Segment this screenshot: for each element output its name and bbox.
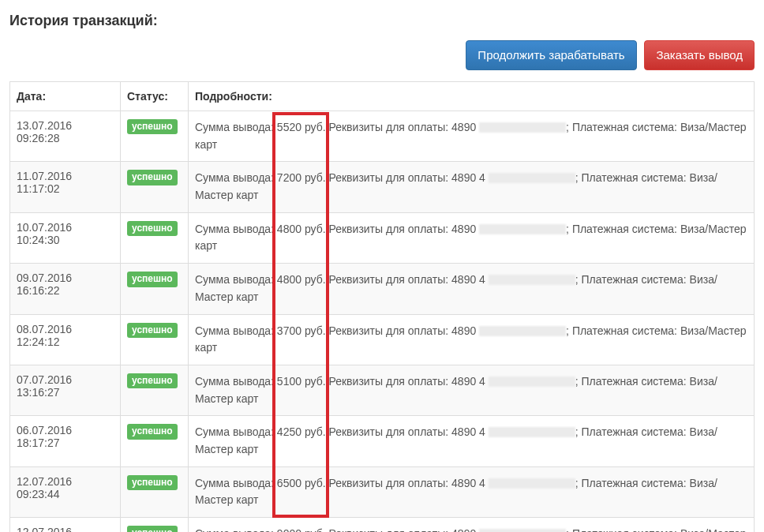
redacted-card-number	[479, 529, 566, 532]
status-badge: успешно	[127, 424, 178, 439]
status-badge: успешно	[127, 221, 178, 236]
cell-details: Сумма вывода: 3700 руб. Реквизиты для оп…	[189, 314, 755, 365]
cell-details: Сумма вывода: 4800 руб. Реквизиты для оп…	[189, 212, 755, 263]
redacted-card-number	[489, 427, 575, 437]
table-row: 10.07.2016 10:24:30успешноСумма вывода: …	[10, 212, 755, 263]
cell-status: успешно	[121, 365, 189, 415]
status-badge: успешно	[127, 119, 178, 134]
cell-status: успешно	[121, 212, 189, 263]
table-row: 06.07.2016 18:17:27успешноСумма вывода: …	[10, 416, 755, 466]
table-row: 08.07.2016 12:24:12успешноСумма вывода: …	[10, 314, 755, 365]
col-details: Подробности:	[189, 82, 755, 111]
cell-details: Сумма вывода: 5520 руб. Реквизиты для оп…	[189, 111, 755, 162]
cell-status: успешно	[121, 466, 189, 517]
cell-date: 11.07.2016 11:17:02	[10, 162, 121, 212]
cell-date: 12.07.2016 09:23:44	[10, 466, 121, 517]
cell-details: Сумма вывода: 6500 руб. Реквизиты для оп…	[189, 466, 755, 517]
redacted-card-number	[479, 224, 566, 234]
status-badge: успешно	[127, 373, 178, 388]
table-row: 09.07.2016 16:16:22успешноСумма вывода: …	[10, 264, 755, 314]
cell-status: успешно	[121, 518, 189, 533]
status-badge: успешно	[127, 323, 178, 338]
cell-date: 13.07.2016 09:26:28	[10, 111, 121, 162]
redacted-card-number	[479, 326, 566, 336]
cell-date: 07.07.2016 13:16:27	[10, 365, 121, 415]
cell-date: 09.07.2016 16:16:22	[10, 264, 121, 314]
status-badge: успешно	[127, 526, 178, 532]
table-row: 11.07.2016 11:17:02успешноСумма вывода: …	[10, 162, 755, 212]
redacted-card-number	[489, 173, 575, 183]
cell-date: 12.07.2016 09:23:37	[10, 518, 121, 533]
request-withdraw-button[interactable]: Заказать вывод	[644, 40, 755, 70]
cell-status: успешно	[121, 416, 189, 466]
cell-details: Сумма вывода: 7200 руб. Реквизиты для оп…	[189, 162, 755, 212]
cell-date: 08.07.2016 12:24:12	[10, 314, 121, 365]
table-header-row: Дата: Статус: Подробности:	[10, 82, 755, 111]
cell-details: Сумма вывода: 5100 руб. Реквизиты для оп…	[189, 365, 755, 415]
redacted-card-number	[489, 275, 575, 285]
redacted-card-number	[489, 377, 575, 387]
col-status: Статус:	[121, 82, 189, 111]
cell-date: 06.07.2016 18:17:27	[10, 416, 121, 466]
cell-details: Сумма вывода: 4250 руб. Реквизиты для оп…	[189, 416, 755, 466]
cell-status: успешно	[121, 162, 189, 212]
table-row: 12.07.2016 09:23:37успешноСумма вывода: …	[10, 518, 755, 533]
table-row: 12.07.2016 09:23:44успешноСумма вывода: …	[10, 466, 755, 517]
continue-earning-button[interactable]: Продолжить зарабатывать	[466, 40, 636, 70]
cell-status: успешно	[121, 264, 189, 314]
status-badge: успешно	[127, 272, 178, 287]
status-badge: успешно	[127, 475, 178, 490]
transactions-table: Дата: Статус: Подробности: 13.07.2016 09…	[9, 81, 755, 532]
cell-status: успешно	[121, 314, 189, 365]
transactions-table-wrap: Дата: Статус: Подробности: 13.07.2016 09…	[9, 81, 755, 532]
table-row: 13.07.2016 09:26:28успешноСумма вывода: …	[10, 111, 755, 162]
table-row: 07.07.2016 13:16:27успешноСумма вывода: …	[10, 365, 755, 415]
actions-bar: Продолжить зарабатывать Заказать вывод	[9, 40, 755, 70]
cell-status: успешно	[121, 111, 189, 162]
redacted-card-number	[479, 122, 566, 133]
redacted-card-number	[489, 478, 575, 489]
page-title: История транзакций:	[9, 13, 755, 29]
cell-date: 10.07.2016 10:24:30	[10, 212, 121, 263]
cell-details: Сумма вывода: 4800 руб. Реквизиты для оп…	[189, 264, 755, 314]
col-date: Дата:	[10, 82, 121, 111]
status-badge: успешно	[127, 170, 178, 185]
cell-details: Сумма вывода: 9000 руб. Реквизиты для оп…	[189, 518, 755, 533]
